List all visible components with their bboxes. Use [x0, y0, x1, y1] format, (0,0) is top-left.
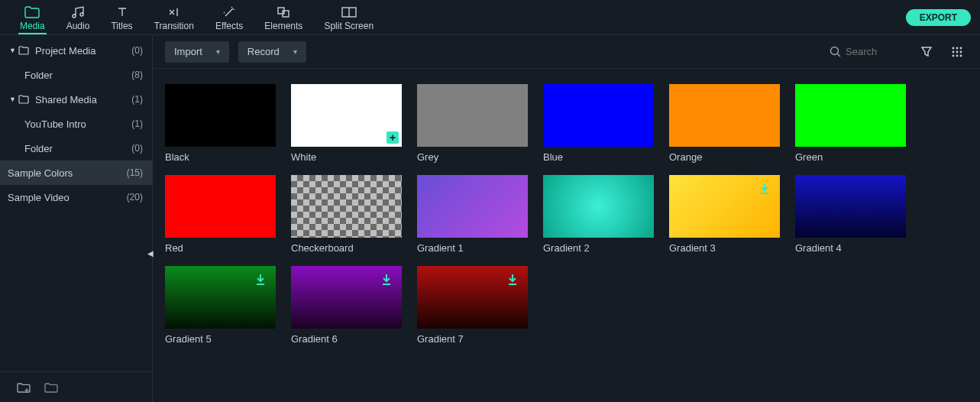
tab-label: Audio	[66, 21, 90, 31]
svg-rect-15	[383, 284, 390, 285]
export-button[interactable]: EXPORT	[906, 9, 971, 26]
grid-view-icon[interactable]	[946, 41, 968, 63]
record-dropdown[interactable]: Record ▾	[238, 41, 306, 63]
swatch-item[interactable]: Green	[795, 84, 906, 163]
swatch-label: White	[291, 151, 402, 163]
sidebar-item-shared-media[interactable]: ▼ Shared Media (1)	[0, 87, 152, 112]
tab-splitscreen[interactable]: Split Screen	[313, 2, 384, 33]
folder-outline-icon[interactable]	[44, 381, 58, 394]
tab-audio[interactable]: Audio	[56, 2, 101, 33]
tab-label: Transition	[154, 21, 194, 31]
swatch-item[interactable]: Orange	[669, 84, 780, 163]
swatch-item[interactable]: Gradient 3	[669, 175, 780, 254]
swatch-thumb[interactable]	[165, 84, 276, 147]
swatch-thumb[interactable]	[165, 266, 276, 329]
swatch-item[interactable]: Grey	[417, 84, 528, 163]
splitscreen-icon	[341, 5, 357, 19]
sidebar-item-label: Folder	[24, 143, 131, 154]
swatch-label: Orange	[669, 151, 780, 163]
swatch-item[interactable]: Gradient 5	[165, 266, 276, 345]
swatch-thumb[interactable]: +	[291, 84, 402, 147]
swatch-item[interactable]: Blue	[543, 84, 654, 163]
swatch-label: Black	[165, 151, 276, 163]
sidebar-item-count: (15)	[127, 167, 143, 178]
tab-titles[interactable]: Titles	[100, 2, 143, 33]
swatch-thumb[interactable]	[165, 175, 276, 238]
tab-media[interactable]: Media	[9, 2, 56, 33]
content-toolbar: Import ▾ Record ▾	[153, 35, 980, 69]
swatch-item[interactable]: Black	[165, 84, 276, 163]
sidebar-item-count: (0)	[131, 143, 143, 154]
swatch-label: Grey	[417, 151, 528, 163]
swatch-thumb[interactable]	[795, 175, 906, 238]
sidebar-item-label: Folder	[24, 70, 131, 81]
swatch-thumb[interactable]	[417, 175, 528, 238]
swatch-thumb[interactable]	[417, 84, 528, 147]
sidebar-item-youtube-intro[interactable]: YouTube Intro (1)	[0, 112, 152, 136]
swatch-item[interactable]: Gradient 2	[543, 175, 654, 254]
sidebar-item-count: (1)	[131, 118, 143, 129]
swatch-thumb[interactable]	[291, 266, 402, 329]
import-dropdown[interactable]: Import ▾	[165, 41, 229, 63]
swatch-item[interactable]: +White	[291, 84, 402, 163]
add-icon[interactable]: +	[387, 131, 399, 144]
svg-rect-13	[761, 193, 768, 194]
swatch-item[interactable]: Gradient 1	[417, 175, 528, 254]
swatch-item[interactable]: Checkerboard	[291, 175, 402, 254]
sidebar-item-label: YouTube Intro	[24, 118, 131, 130]
swatch-item[interactable]: Red	[165, 175, 276, 254]
swatch-label: Checkerboard	[291, 242, 402, 254]
swatch-thumb[interactable]	[417, 266, 528, 329]
music-icon	[71, 5, 85, 19]
caret-down-icon: ▼	[9, 47, 18, 54]
svg-rect-16	[509, 284, 516, 285]
sidebar-footer	[0, 371, 152, 402]
swatch-item[interactable]: Gradient 6	[291, 266, 402, 345]
svg-point-6	[960, 47, 962, 49]
new-folder-icon[interactable]	[17, 381, 31, 394]
download-icon[interactable]	[758, 183, 772, 196]
download-icon[interactable]	[506, 274, 520, 287]
swatch-item[interactable]: Gradient 4	[795, 175, 906, 254]
tab-label: Media	[20, 21, 45, 31]
sidebar-item-sample-video[interactable]: Sample Video (20)	[0, 185, 152, 209]
swatch-thumb[interactable]	[669, 175, 780, 238]
sidebar-item-sample-colors[interactable]: Sample Colors (15)	[0, 160, 152, 185]
content-pane: Import ▾ Record ▾ Black+WhiteGreyBlueOra	[153, 35, 980, 402]
text-icon	[116, 5, 128, 19]
tab-elements[interactable]: Elements	[254, 2, 313, 33]
search-input[interactable]	[846, 46, 899, 57]
swatch-thumb[interactable]	[795, 84, 906, 147]
download-icon[interactable]	[254, 274, 268, 287]
record-label: Record	[247, 46, 280, 57]
import-label: Import	[174, 46, 202, 57]
chevron-down-icon: ▾	[216, 47, 220, 56]
svg-point-12	[960, 54, 962, 57]
sidebar-item-label: Sample Video	[8, 192, 127, 203]
tab-label: Titles	[111, 21, 132, 31]
svg-point-9	[960, 50, 962, 53]
tab-effects[interactable]: Effects	[205, 2, 254, 33]
sidebar-item-label: Project Media	[35, 45, 131, 57]
sidebar-item-count: (0)	[131, 45, 143, 56]
swatch-item[interactable]: Gradient 7	[417, 266, 528, 345]
download-icon[interactable]	[380, 274, 394, 287]
sidebar-item-project-media[interactable]: ▼ Project Media (0)	[0, 38, 152, 63]
swatch-label: Gradient 1	[417, 242, 528, 254]
search-box[interactable]	[822, 41, 907, 63]
search-icon	[830, 46, 841, 57]
sidebar-collapse-handle[interactable]: ◀	[147, 249, 154, 258]
swatch-label: Gradient 3	[669, 242, 780, 254]
filter-icon[interactable]	[916, 41, 937, 63]
top-tabbar: Media Audio Titles Transition Effects El…	[0, 0, 980, 35]
swatch-thumb[interactable]	[543, 175, 654, 238]
swatch-thumb[interactable]	[669, 84, 780, 147]
swatch-thumb[interactable]	[543, 84, 654, 147]
sidebar-item-folder-2[interactable]: Folder (0)	[0, 136, 152, 160]
folder-icon	[18, 46, 31, 55]
sidebar-item-count: (1)	[131, 94, 143, 105]
tab-transition[interactable]: Transition	[144, 2, 205, 33]
sidebar-item-folder[interactable]: Folder (8)	[0, 63, 152, 87]
swatch-thumb[interactable]	[291, 175, 402, 238]
tab-label: Effects	[215, 21, 243, 31]
